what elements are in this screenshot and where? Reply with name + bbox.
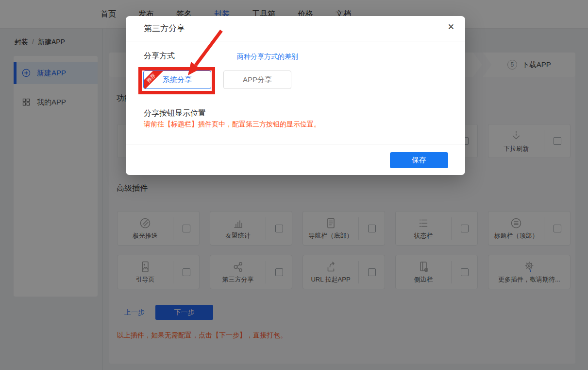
modal-header-divider xyxy=(126,41,465,41)
save-button[interactable]: 保存 xyxy=(390,152,448,168)
share-method-label: 分享方式 xyxy=(144,51,175,61)
share-method-diff-link[interactable]: 两种分享方式的差别 xyxy=(237,53,298,61)
close-icon[interactable]: ✕ xyxy=(448,23,454,31)
modal-title: 第三方分享 xyxy=(144,16,185,41)
system-share-option-button[interactable]: 推荐 系统分享 xyxy=(143,70,211,89)
share-button-position-note: 请前往【标题栏】插件页中，配置第三方按钮的显示位置。 xyxy=(144,120,320,129)
modal-footer-divider xyxy=(126,144,465,144)
share-button-position-label: 分享按钮显示位置 xyxy=(144,108,206,119)
third-party-share-modal: 第三方分享 ✕ 分享方式 两种分享方式的差别 推荐 系统分享 APP分享 分享按… xyxy=(126,16,465,175)
app-screen: 首页 发布 签名 封装 工具箱 价格 文档 封装/新建APP 新建APP 我的A… xyxy=(0,0,588,370)
app-share-option-button[interactable]: APP分享 xyxy=(223,70,291,89)
option-label: 系统分享 xyxy=(163,75,192,84)
option-label: APP分享 xyxy=(243,75,272,84)
